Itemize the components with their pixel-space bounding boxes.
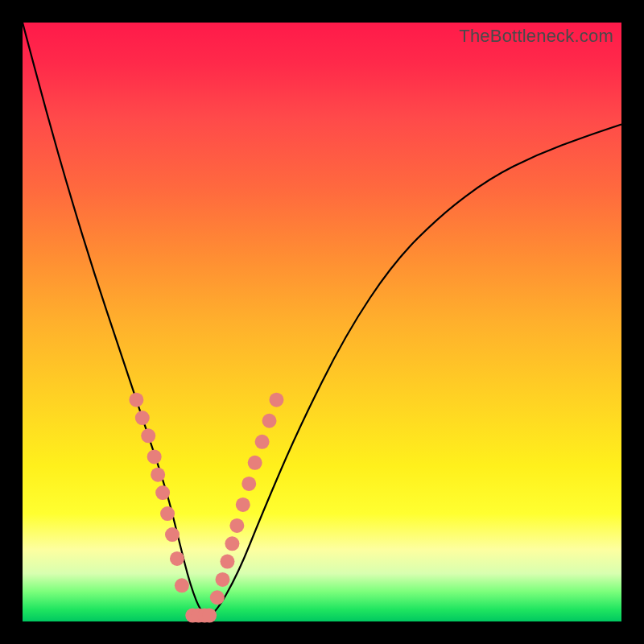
curve-marker xyxy=(141,428,155,443)
curve-marker xyxy=(202,609,217,623)
curve-marker xyxy=(147,449,162,464)
curve-marker xyxy=(160,506,175,521)
bottleneck-curve xyxy=(23,23,621,616)
bottleneck-curve-svg xyxy=(23,23,621,621)
curve-marker xyxy=(262,414,277,428)
curve-marker xyxy=(248,456,262,470)
curve-marker xyxy=(165,527,180,542)
curve-marker xyxy=(210,590,225,605)
plot-area: TheBottleneck.com xyxy=(23,23,621,621)
curve-marker xyxy=(129,393,143,407)
curve-marker xyxy=(155,485,170,500)
curve-markers xyxy=(129,393,283,623)
curve-marker xyxy=(225,536,239,551)
curve-marker xyxy=(175,578,189,592)
curve-marker xyxy=(151,468,165,482)
curve-marker xyxy=(236,497,250,512)
curve-marker xyxy=(135,411,150,425)
curve-marker xyxy=(215,572,229,587)
curve-marker xyxy=(220,555,234,569)
curve-marker xyxy=(229,518,244,533)
curve-marker xyxy=(255,435,270,449)
curve-marker xyxy=(242,477,256,491)
chart-frame: TheBottleneck.com xyxy=(0,0,644,644)
curve-marker xyxy=(269,393,283,407)
curve-marker xyxy=(170,551,184,566)
